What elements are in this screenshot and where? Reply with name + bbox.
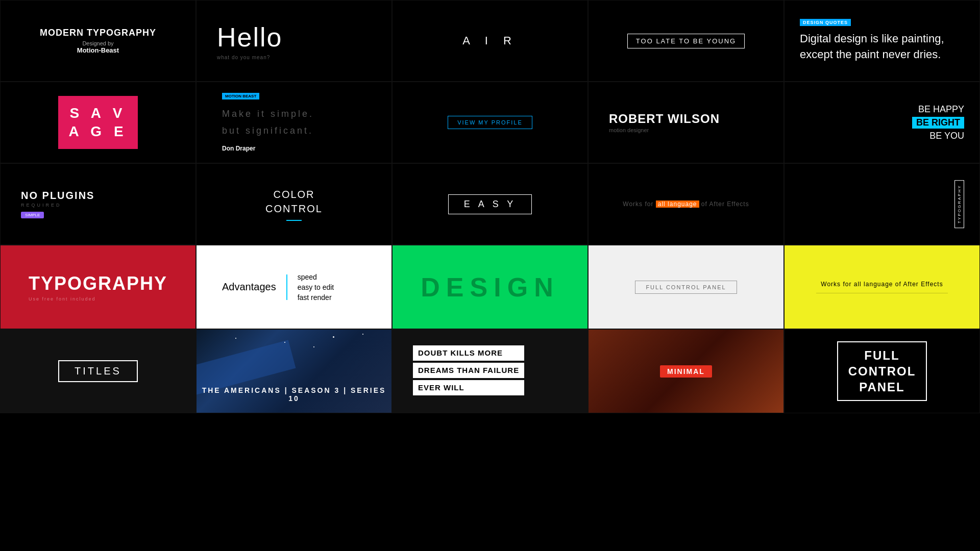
after-effects-text: of After Effects — [701, 201, 749, 208]
advantage-item-1: speed — [298, 273, 334, 281]
quote-text: Digital design is like painting, except … — [800, 31, 964, 63]
robert-role: motion designer — [609, 127, 649, 133]
full-panel-line1: FULL — [848, 347, 916, 363]
make-simple-line1: Make it simple. — [222, 106, 314, 122]
cell-easy: E A S Y — [392, 163, 588, 245]
savage-line2: A G E — [68, 122, 127, 141]
advantage-item-2: easy to edit — [298, 283, 334, 291]
control-text: CONTROL — [265, 202, 323, 216]
titles-text: TITLES — [58, 360, 138, 382]
cell-robert-wilson: ROBERT WILSON motion designer — [588, 82, 784, 163]
star-5 — [362, 334, 363, 335]
motion-beast-brand: Motion-Beast — [40, 46, 156, 54]
full-control-outline-text: FULL CONTROL PANEL — [635, 281, 737, 294]
required-text: REQUIRED — [21, 203, 62, 208]
cell-minimal: MINIMAL — [588, 329, 784, 413]
make-simple-line2: but significant. — [222, 122, 313, 139]
view-profile-button[interactable]: VIEW MY PROFILE — [448, 116, 532, 129]
design-quotes-badge: DESIGN QUOTES — [800, 19, 851, 26]
cell-typography-vertical: TYPOGRAPHY — [784, 163, 980, 245]
doubt-line2: DREAMS THAN FAILURE — [418, 366, 519, 374]
full-panel-box: FULL CONTROL PANEL — [837, 341, 927, 402]
main-grid: MODERN TYPOGRAPHY Designed by Motion-Bea… — [0, 0, 980, 551]
modern-typography-title: MODERN TYPOGRAPHY — [40, 28, 156, 38]
works-all-text: Works for all language of After Effects — [821, 281, 943, 288]
cell-full-control-light: FULL CONTROL PANEL — [588, 245, 784, 329]
typography-big-text: TYPOGRAPHY — [29, 273, 167, 294]
doubt-box-2: DREAMS THAN FAILURE — [413, 363, 524, 378]
cell-works-for: Works for all language of After Effects — [588, 163, 784, 245]
advantages-divider — [286, 274, 287, 300]
cell-advantages: Advantages speed easy to edit fast rende… — [196, 245, 392, 329]
air-text: A I R — [462, 34, 518, 47]
hello-text: Hello — [217, 22, 283, 53]
simple-badge: SIMPLE — [21, 212, 44, 218]
free-font-text: Use free font included — [29, 296, 167, 302]
americans-title: THE AMERICANS | SEASON 3 | SERIES 10 — [197, 386, 391, 403]
hello-tagline: what do you mean? — [217, 55, 270, 60]
color-underline — [286, 220, 302, 221]
be-you-text: BE YOU — [912, 129, 964, 143]
all-language-highlight: all language — [656, 201, 699, 208]
full-panel-line2: CONTROL — [848, 363, 916, 379]
star-4 — [313, 346, 314, 347]
cell-view-profile: VIEW MY PROFILE — [392, 82, 588, 163]
easy-text: E A S Y — [448, 194, 532, 214]
too-late-text: TOO LATE TO BE YOUNG — [627, 34, 745, 48]
no-plugins-text: NO PLUGINS — [21, 190, 94, 202]
color-text: COLOR — [273, 187, 314, 202]
works-for-text: Works for — [623, 201, 653, 208]
cell-titles: TITLES — [0, 329, 196, 413]
doubt-line3: EVER WILL — [418, 383, 464, 392]
typography-vertical-text: TYPOGRAPHY — [957, 185, 962, 223]
doubt-box-3: EVER WILL — [413, 380, 524, 395]
robert-name: ROBERT WILSON — [609, 112, 720, 126]
cell-color-control: COLOR CONTROL — [196, 163, 392, 245]
be-right-text: BE RIGHT — [912, 117, 964, 129]
full-panel-line3: PANEL — [848, 379, 916, 395]
cell-air: A I R — [392, 0, 588, 82]
design-big-text: DESIGN — [421, 272, 559, 303]
cell-too-late: TOO LATE TO BE YOUNG — [588, 0, 784, 82]
typography-vertical-box: TYPOGRAPHY — [954, 180, 964, 228]
americans-overlay: THE AMERICANS | SEASON 3 | SERIES 10 — [197, 386, 391, 403]
cell-full-control-panel: FULL CONTROL PANEL — [784, 329, 980, 413]
cell-typography-red: TYPOGRAPHY Use free font included — [0, 245, 196, 329]
motion-badge: MOTION BEAST — [222, 93, 259, 99]
cell-design-quote: DESIGN QUOTES Digital design is like pai… — [784, 0, 980, 82]
savage-line1: S A V — [69, 104, 126, 122]
cell-savage: S A V A G E — [0, 82, 196, 163]
be-happy-text: BE HAPPY — [912, 102, 964, 117]
lang-underline — [816, 293, 948, 293]
cell-americans: THE AMERICANS | SEASON 3 | SERIES 10 — [196, 329, 392, 413]
advantages-list: speed easy to edit fast render — [298, 273, 334, 302]
advantage-item-3: fast render — [298, 293, 334, 302]
cell-works-yellow: Works for all language of After Effects — [784, 245, 980, 329]
cell-be-happy: BE HAPPY BE RIGHT BE YOU — [784, 82, 980, 163]
cell-make-simple: MOTION BEAST Make it simple. but signifi… — [196, 82, 392, 163]
cell-doubt: DOUBT KILLS MORE DREAMS THAN FAILURE EVE… — [392, 329, 588, 413]
doubt-box-1: DOUBT KILLS MORE — [413, 345, 524, 361]
cell-hello: Hello what do you mean? — [196, 0, 392, 82]
designed-by-label: Designed by — [40, 40, 156, 46]
cell-no-plugins: NO PLUGINS REQUIRED SIMPLE — [0, 163, 196, 245]
minimal-badge: MINIMAL — [660, 365, 712, 378]
cell-modern-typography: MODERN TYPOGRAPHY Designed by Motion-Bea… — [0, 0, 196, 82]
advantages-label: Advantages — [222, 281, 276, 293]
cell-design-green: DESIGN — [392, 245, 588, 329]
doubt-line1: DOUBT KILLS MORE — [418, 348, 503, 357]
don-draper-name: Don Draper — [222, 145, 255, 152]
